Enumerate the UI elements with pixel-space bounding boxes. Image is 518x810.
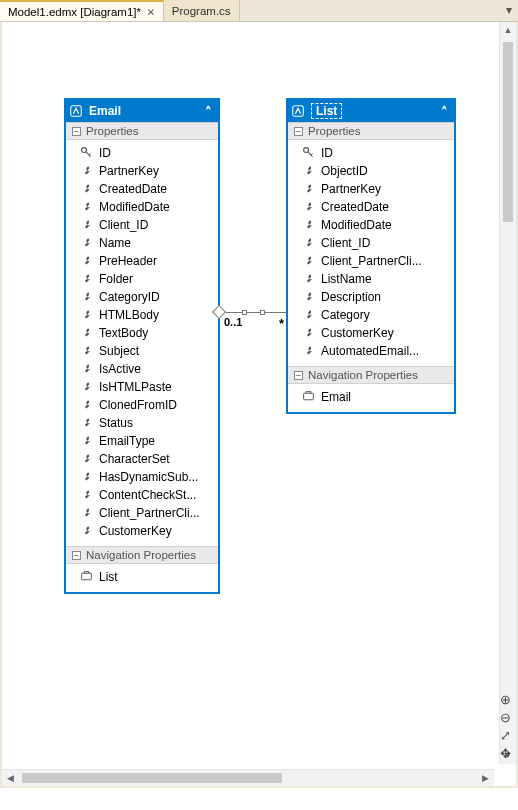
section-properties-header[interactable]: − Properties bbox=[288, 122, 454, 140]
collapse-icon[interactable]: − bbox=[72, 551, 81, 560]
entity-header[interactable]: Email ˄ bbox=[66, 100, 218, 122]
scroll-thumb[interactable] bbox=[503, 42, 513, 222]
table-row[interactable]: IsActive bbox=[66, 360, 218, 378]
relation-handle[interactable] bbox=[242, 310, 247, 315]
close-icon[interactable]: × bbox=[147, 4, 155, 19]
table-row[interactable]: CreatedDate bbox=[288, 198, 454, 216]
entity-title: List bbox=[311, 103, 342, 119]
table-row[interactable]: Client_PartnerCli... bbox=[66, 504, 218, 522]
table-row[interactable]: Folder bbox=[66, 270, 218, 288]
entity-list[interactable]: List ˄ − Properties IDObjectIDPartnerKey… bbox=[286, 98, 456, 414]
vertical-scrollbar[interactable]: ▲ ▼ bbox=[499, 22, 516, 764]
wrench-icon bbox=[80, 488, 93, 503]
table-row[interactable]: Client_ID bbox=[288, 234, 454, 252]
table-row[interactable]: CreatedDate bbox=[66, 180, 218, 198]
table-row[interactable]: PreHeader bbox=[66, 252, 218, 270]
table-row[interactable]: HasDynamicSub... bbox=[66, 468, 218, 486]
table-row[interactable]: Client_PartnerCli... bbox=[288, 252, 454, 270]
property-list: IDObjectIDPartnerKeyCreatedDateModifiedD… bbox=[288, 140, 454, 366]
property-name: AutomatedEmail... bbox=[321, 344, 419, 358]
zoom-out-icon[interactable]: ⊖ bbox=[497, 710, 513, 726]
table-row[interactable]: ContentCheckSt... bbox=[66, 486, 218, 504]
table-row[interactable]: ID bbox=[288, 144, 454, 162]
relation-handle[interactable] bbox=[260, 310, 265, 315]
table-row[interactable]: Subject bbox=[66, 342, 218, 360]
table-row[interactable]: EmailType bbox=[66, 432, 218, 450]
nav-icon bbox=[80, 570, 93, 585]
section-navprops-header[interactable]: − Navigation Properties bbox=[66, 546, 218, 564]
scroll-right-icon[interactable]: ▶ bbox=[477, 770, 494, 786]
zoom-fit-icon[interactable]: ⤢ bbox=[497, 728, 513, 744]
property-name: IsHTMLPaste bbox=[99, 380, 172, 394]
wrench-icon bbox=[302, 164, 315, 179]
section-label: Navigation Properties bbox=[86, 549, 196, 561]
tab-model-diagram[interactable]: Model1.edmx [Diagram1]* × bbox=[0, 0, 164, 21]
table-row[interactable]: IsHTMLPaste bbox=[66, 378, 218, 396]
table-row[interactable]: ListName bbox=[288, 270, 454, 288]
table-row[interactable]: Description bbox=[288, 288, 454, 306]
section-properties-header[interactable]: − Properties bbox=[66, 122, 218, 140]
table-row[interactable]: CharacterSet bbox=[66, 450, 218, 468]
table-row[interactable]: AutomatedEmail... bbox=[288, 342, 454, 360]
property-list: IDPartnerKeyCreatedDateModifiedDateClien… bbox=[66, 140, 218, 546]
list-item[interactable]: Email bbox=[288, 388, 454, 406]
table-row[interactable]: Name bbox=[66, 234, 218, 252]
table-row[interactable]: PartnerKey bbox=[66, 162, 218, 180]
table-row[interactable]: Client_ID bbox=[66, 216, 218, 234]
collapse-icon[interactable]: − bbox=[294, 127, 303, 136]
zoom-in-icon[interactable]: ⊕ bbox=[497, 692, 513, 708]
tab-bar: Model1.edmx [Diagram1]* × Program.cs ▾ bbox=[0, 0, 518, 22]
collapse-icon[interactable]: − bbox=[294, 371, 303, 380]
scroll-thumb[interactable] bbox=[22, 773, 282, 783]
table-row[interactable]: CustomerKey bbox=[288, 324, 454, 342]
table-row[interactable]: HTMLBody bbox=[66, 306, 218, 324]
table-row[interactable]: ObjectID bbox=[288, 162, 454, 180]
wrench-icon bbox=[302, 254, 315, 269]
horizontal-scrollbar[interactable]: ◀ ▶ bbox=[2, 769, 494, 786]
table-row[interactable]: ID bbox=[66, 144, 218, 162]
scroll-left-icon[interactable]: ◀ bbox=[2, 770, 19, 786]
relation-email-list[interactable]: 0..1 * bbox=[220, 304, 286, 322]
property-name: IsActive bbox=[99, 362, 141, 376]
table-row[interactable]: CategoryID bbox=[66, 288, 218, 306]
section-navprops-header[interactable]: − Navigation Properties bbox=[288, 366, 454, 384]
table-row[interactable]: ModifiedDate bbox=[66, 198, 218, 216]
tab-program-cs[interactable]: Program.cs bbox=[164, 0, 240, 21]
property-name: ModifiedDate bbox=[321, 218, 392, 232]
table-row[interactable]: Category bbox=[288, 306, 454, 324]
wrench-icon bbox=[302, 200, 315, 215]
key-icon bbox=[80, 146, 93, 161]
key-icon bbox=[302, 146, 315, 161]
list-item[interactable]: List bbox=[66, 568, 218, 586]
chevron-up-icon[interactable]: ˄ bbox=[441, 104, 448, 119]
nav-icon bbox=[302, 390, 315, 405]
collapse-icon[interactable]: − bbox=[72, 127, 81, 136]
diagram-canvas[interactable]: Email ˄ − Properties IDPartnerKeyCreated… bbox=[2, 22, 499, 769]
property-name: PartnerKey bbox=[321, 182, 381, 196]
property-name: CustomerKey bbox=[321, 326, 394, 340]
pin-icon[interactable]: ▾ bbox=[506, 3, 512, 17]
entity-email[interactable]: Email ˄ − Properties IDPartnerKeyCreated… bbox=[64, 98, 220, 594]
scroll-up-icon[interactable]: ▲ bbox=[500, 22, 516, 39]
table-row[interactable]: Status bbox=[66, 414, 218, 432]
tab-label: Program.cs bbox=[172, 5, 231, 17]
pan-icon[interactable]: ✥ bbox=[497, 746, 513, 762]
wrench-icon bbox=[80, 470, 93, 485]
property-name: CategoryID bbox=[99, 290, 160, 304]
property-name: Client_PartnerCli... bbox=[321, 254, 422, 268]
wrench-icon bbox=[80, 416, 93, 431]
table-row[interactable]: TextBody bbox=[66, 324, 218, 342]
property-name: Name bbox=[99, 236, 131, 250]
property-name: TextBody bbox=[99, 326, 148, 340]
property-name: List bbox=[99, 570, 118, 584]
entity-icon bbox=[69, 104, 83, 118]
chevron-up-icon[interactable]: ˄ bbox=[205, 104, 212, 119]
svg-line-3 bbox=[89, 153, 91, 155]
svg-rect-9 bbox=[304, 393, 314, 400]
table-row[interactable]: ClonedFromID bbox=[66, 396, 218, 414]
entity-header[interactable]: List ˄ bbox=[288, 100, 454, 122]
section-label: Navigation Properties bbox=[308, 369, 418, 381]
table-row[interactable]: PartnerKey bbox=[288, 180, 454, 198]
table-row[interactable]: CustomerKey bbox=[66, 522, 218, 540]
table-row[interactable]: ModifiedDate bbox=[288, 216, 454, 234]
